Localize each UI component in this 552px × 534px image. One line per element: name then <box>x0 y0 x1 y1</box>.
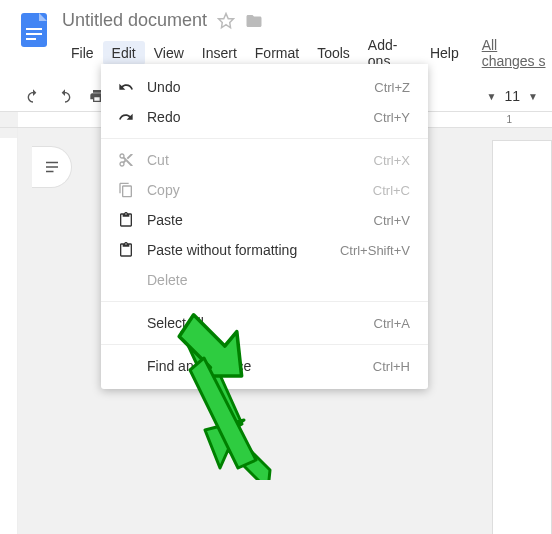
menu-item-shortcut: Ctrl+V <box>374 213 410 228</box>
svg-rect-3 <box>26 38 36 40</box>
copy-icon <box>115 182 137 198</box>
menu-item-select-all[interactable]: Select allCtrl+A <box>101 308 428 338</box>
menu-item-label: Find and replace <box>147 358 373 374</box>
outline-button[interactable] <box>32 146 72 188</box>
menu-item-shortcut: Ctrl+A <box>374 316 410 331</box>
menu-item-shortcut: Ctrl+X <box>374 153 410 168</box>
cut-icon <box>115 152 137 168</box>
title-row: Untitled document <box>62 8 552 31</box>
redo-icon <box>115 109 137 125</box>
menu-item-label: Redo <box>147 109 374 125</box>
menu-item-paste-without-formatting[interactable]: Paste without formattingCtrl+Shift+V <box>101 235 428 265</box>
svg-rect-5 <box>46 162 58 164</box>
document-title[interactable]: Untitled document <box>62 10 207 31</box>
menu-item-shortcut: Ctrl+Z <box>374 80 410 95</box>
menu-item-find-and-replace[interactable]: Find and replaceCtrl+H <box>101 351 428 381</box>
menu-tools[interactable]: Tools <box>308 41 359 65</box>
undo-icon <box>115 79 137 95</box>
edit-dropdown-menu: UndoCtrl+ZRedoCtrl+YCutCtrl+XCopyCtrl+CP… <box>101 64 428 389</box>
menu-file[interactable]: File <box>62 41 103 65</box>
menu-item-redo[interactable]: RedoCtrl+Y <box>101 102 428 132</box>
font-size-value: 11 <box>505 88 521 104</box>
svg-marker-4 <box>219 13 234 27</box>
svg-rect-2 <box>26 33 42 35</box>
menu-format[interactable]: Format <box>246 41 308 65</box>
menu-separator <box>101 138 428 139</box>
menu-item-shortcut: Ctrl+Shift+V <box>340 243 410 258</box>
menu-help[interactable]: Help <box>421 41 468 65</box>
svg-rect-6 <box>46 166 58 168</box>
ruler-mark: 1 <box>506 114 512 125</box>
menu-item-label: Undo <box>147 79 374 95</box>
menu-item-shortcut: Ctrl+Y <box>374 110 410 125</box>
menu-item-label: Select all <box>147 315 374 331</box>
menu-view[interactable]: View <box>145 41 193 65</box>
menu-item-label: Paste <box>147 212 374 228</box>
all-changes-link[interactable]: All changes s <box>482 37 552 69</box>
redo-icon[interactable] <box>56 87 74 105</box>
undo-icon[interactable] <box>24 87 42 105</box>
svg-rect-1 <box>26 28 42 30</box>
header: Untitled document File Edit View Insert … <box>0 0 552 73</box>
menu-item-undo[interactable]: UndoCtrl+Z <box>101 72 428 102</box>
menu-item-label: Delete <box>147 272 410 288</box>
star-icon[interactable] <box>217 12 235 30</box>
menu-item-label: Copy <box>147 182 373 198</box>
menu-edit[interactable]: Edit <box>103 41 145 65</box>
chevron-down-icon[interactable]: ▼ <box>487 91 497 102</box>
menu-separator <box>101 344 428 345</box>
svg-rect-7 <box>46 171 54 173</box>
menu-separator <box>101 301 428 302</box>
chevron-down-icon[interactable]: ▼ <box>528 91 538 102</box>
menu-item-copy: CopyCtrl+C <box>101 175 428 205</box>
docs-logo-icon[interactable] <box>14 10 54 50</box>
menu-item-shortcut: Ctrl+C <box>373 183 410 198</box>
menu-insert[interactable]: Insert <box>193 41 246 65</box>
paste-icon <box>115 242 137 258</box>
menu-item-label: Paste without formatting <box>147 242 340 258</box>
menu-item-shortcut: Ctrl+H <box>373 359 410 374</box>
paste-icon <box>115 212 137 228</box>
font-size-control[interactable]: ▼ 11 ▼ <box>487 88 538 104</box>
menu-item-paste[interactable]: PasteCtrl+V <box>101 205 428 235</box>
menu-item-cut: CutCtrl+X <box>101 145 428 175</box>
document-page[interactable] <box>492 140 552 534</box>
vertical-ruler <box>0 128 18 534</box>
folder-icon[interactable] <box>245 12 263 30</box>
menu-item-delete: Delete <box>101 265 428 295</box>
menu-item-label: Cut <box>147 152 374 168</box>
